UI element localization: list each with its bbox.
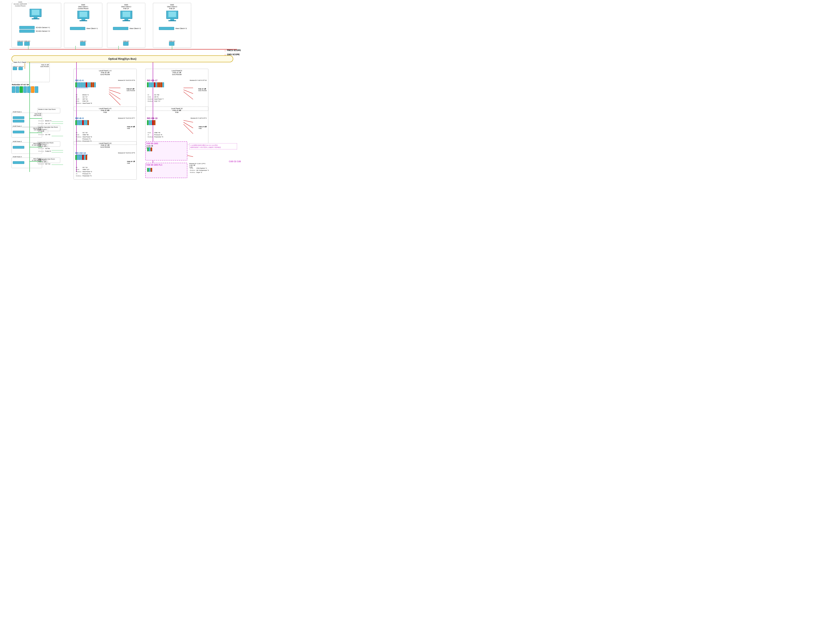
eth-label-3b-text: Ethernet	[38, 150, 44, 152]
eth-label-3a: Ethernet GC*46	[38, 148, 50, 150]
k308-main-plc: K308-2LD K308-2LD	[13, 66, 24, 71]
hub-p1-1fa3-2-label: HUB Panel-1	[38, 159, 47, 161]
fab6b-io-1: Air Compressor *1	[196, 169, 209, 171]
vc1-rack: View Client # 1	[70, 27, 98, 30]
vc1-label: GMS View Client-1 Control Room	[78, 4, 89, 10]
rio-18-19-fab-label: FAB 1F BⅢ FAB	[199, 126, 207, 129]
io-row: DI/AI FDB *25	[75, 100, 92, 102]
main-plc-fab: FAB 2F AⅢ GAS ROOM	[40, 64, 49, 67]
vc3-rack: View Client # 3	[159, 27, 187, 30]
io-row: Modbus Heat Panel *6	[75, 136, 92, 138]
local-panel-4-5-fab: FAB 2F BⅢ	[101, 110, 110, 112]
cub-note-box: CUB相關設備資訊屬於FAB 6B GMS系統 相關管線施工＆程式需與上游廠商工…	[189, 143, 237, 150]
hub-p1-2fbc-label: HUB Panel-1	[38, 128, 47, 130]
local-panel-6-8-box: Local Panel 6~8 FAB 2F CⅢ GAS ROOM RIO #…	[74, 141, 137, 179]
room-vc3: FAB 2F	[169, 8, 175, 10]
rio-18-19-modules	[147, 120, 155, 125]
io-row: DI/AI CDA System *1	[189, 167, 209, 169]
io-row: DI BSGS *4	[75, 94, 92, 96]
eth-label-1a: Ethernet BSGS *4	[38, 120, 51, 122]
io-row: DI/AI VMB *96	[75, 134, 92, 136]
local-panel-10-box: Local Panel 10 FAB 1F BⅢ FAB RIO #18~19 …	[145, 107, 208, 145]
plc-modules	[12, 86, 38, 93]
fab6b-plc-label: FAB 6B GMS PLC	[147, 164, 186, 166]
local-panel-4-5-room: FAB	[104, 112, 107, 113]
monitor-svg	[29, 9, 42, 19]
fab6b-io-table: DI/AI CDA System *1 Modbus Air Compresso…	[189, 167, 209, 174]
fmcs-arrow: ↓	[224, 49, 226, 52]
hub-p1-fab: FAB 2F AⅢ	[35, 113, 41, 115]
vc1-unit-label: View Client # 1	[86, 28, 98, 30]
svg-rect-37	[34, 17, 38, 18]
local-panel-9-label: Local Panel 9 FAB 1F AⅢ GAS ROOM	[171, 70, 182, 76]
scada-server-label: GMS SCADA SERVER Control Room	[13, 1, 27, 7]
local-panel-10-room: FAB	[175, 112, 178, 113]
local-panel-6-8-room: GAS ROOM	[101, 146, 110, 148]
rio-15-17-module-info: Module:DI *4 AI*3 CP*10	[190, 79, 207, 81]
svg-rect-42	[79, 20, 87, 21]
hub-p4-label-text: HUB Panel-4	[13, 156, 22, 158]
main-plc-label-text: Main PLC Panel	[13, 61, 26, 63]
local-panel-4-5-label: Local Panel 4~5 FAB 2F BⅢ FAB	[99, 108, 112, 113]
hub-panel-1-label: HUB Panel-1	[12, 111, 22, 113]
monitor-vc3	[166, 11, 179, 21]
hub-switch-3	[13, 146, 24, 149]
view-client-2-box: GMS View Client-2 FAB 1F View Client # 2…	[107, 3, 145, 48]
io-row: Modbus Flowmeter *6	[75, 175, 92, 177]
optical-ring-label: Optical Ring(Sys Bus)	[108, 58, 136, 60]
svg-rect-48	[168, 12, 176, 17]
rio-18-19-label: RIO #18~19	[147, 117, 157, 119]
local-panel-9-fab: FAB 1F AⅢ	[173, 72, 181, 74]
hub-p1-label-text: HUB Panel-1	[13, 111, 22, 113]
io-row: AI Pressure *6	[75, 138, 92, 140]
io-row: DI GC *69	[147, 94, 164, 96]
fab6b-io-0: CDA System *1	[196, 167, 209, 169]
divider-gas-room-box: Divider & Inter Gas Room	[37, 108, 60, 113]
role-vc3: View Client-3	[167, 6, 177, 8]
svg-rect-40	[79, 12, 87, 17]
gms-label-vc3: GMS	[170, 4, 174, 6]
hub-panel-1-2fbc-box: HUB Panel-1 2F B/CⅢ	[37, 128, 48, 133]
local-panel-9-room: GAS ROOM	[172, 74, 181, 76]
rio-18-19-module-info: Module:DI *2 AI*9 CP*2	[191, 117, 207, 119]
room-vc1: Control Room	[78, 8, 89, 10]
io-row: Modbus Heat Panel *7	[147, 98, 164, 100]
hub-panel-1-1fa3-2-box: HUB Panel-1 FAB 1F AⅢ-2	[37, 159, 48, 163]
eth-pulifer: Pulifer*5	[45, 150, 51, 152]
svg-rect-44	[122, 12, 130, 17]
monitor-vc1	[77, 11, 90, 21]
divider-gas-room-label: Divider & Inter Gas Room	[38, 108, 60, 111]
hub-switch-4	[13, 161, 24, 164]
local-panel-label: Local Panel 1~3	[99, 70, 112, 72]
rio-1-5-fab-label: FAB 2F AⅢ GAS ROOM	[127, 88, 135, 92]
view-client-3-box: GMS View Client-3 FAB 2F View Client # 3…	[153, 3, 191, 48]
vc2-label: GMS View Client-2 FAB 1F	[121, 4, 131, 10]
main-plc-label: Main PLC Panel	[13, 61, 26, 63]
hub-panel-4-label: HUB Panel-4	[12, 156, 22, 158]
svg-rect-38	[32, 18, 40, 19]
eth-label-4: Ethernet GC *23	[38, 163, 50, 165]
eth-gc30: GC *30	[45, 134, 50, 135]
hub-p2-label-text: HUB Panel-2	[13, 125, 22, 127]
local-panel-4-5-text: Local Panel 4~5	[99, 108, 112, 110]
io-row: DI/AI GR *8	[147, 96, 164, 98]
fab6b-plc-modules	[147, 168, 152, 172]
main-plc-panel-box: Main PLC Panel FAB 2F AⅢ GAS ROOM K308-2…	[12, 63, 50, 82]
gms-label-scada: GMS	[18, 1, 22, 3]
io-row: DI/AI VMB *127	[75, 169, 92, 171]
gms-label-vc1: GMS	[81, 4, 85, 6]
io-row: DI GC *10	[75, 166, 92, 169]
rio-10-14-io-table: DI GC *10 DI/AI VMB *127 Modbus Heat Pan…	[75, 166, 92, 177]
eth-gc23: GC *23	[45, 163, 50, 165]
fmcs-scope-line: ↓ FMCS SCOPE	[224, 49, 241, 52]
fab6b-module-text: Module:DI *1 AI*1 CP*3	[189, 163, 205, 164]
eth-label-text-2: Ethernet	[38, 123, 44, 124]
fab6b-gms-cub: CUB	[147, 147, 186, 149]
rio-6-9-module-info: Module:DI *5 AI*16 CP*7	[118, 117, 135, 119]
rio-10-14-modules	[75, 155, 87, 160]
eth-label-2-text: Ethernet	[38, 134, 44, 135]
local-panel-6-8-text: Local Panel 6~8	[99, 142, 112, 144]
eth-gc27: GC *27	[45, 123, 50, 124]
monitor-svg-vc1	[77, 11, 90, 21]
io-row: DI/AI GR *10	[75, 98, 92, 100]
